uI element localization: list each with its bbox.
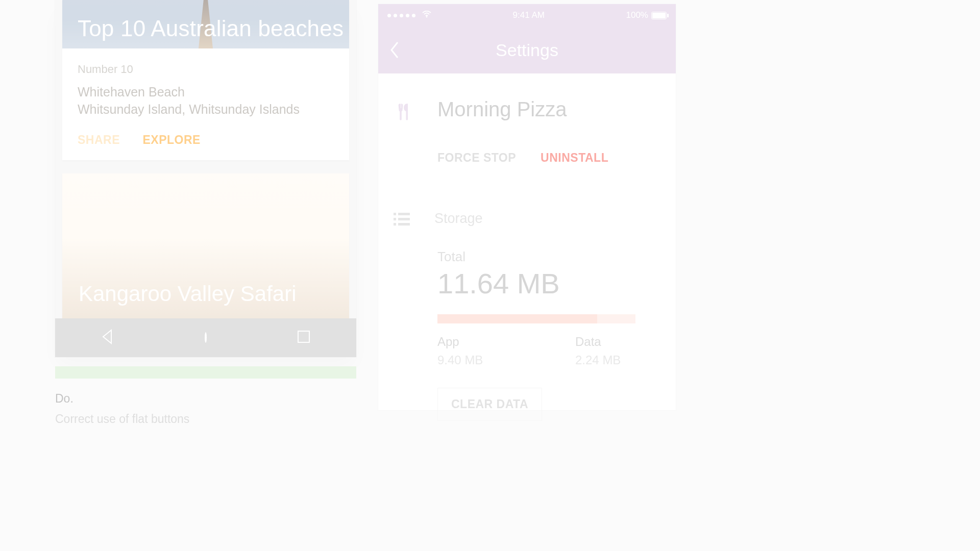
caption-do: Do. — [55, 392, 74, 406]
ios-nav-bar: Settings — [378, 27, 676, 73]
storage-total: Total 11.64 MB — [437, 249, 660, 300]
wifi-icon — [422, 10, 431, 20]
ios-content: Morning Pizza FORCE STOP UNINSTALL Stora… — [378, 73, 676, 421]
share-button[interactable]: SHARE — [78, 133, 120, 147]
ios-frame: 9:41 AM 100% Settings Morning Pizza FORC… — [378, 4, 676, 410]
card-title: Kangaroo Valley Safari — [79, 282, 296, 306]
app-name: Morning Pizza — [437, 98, 567, 121]
nav-recent-icon[interactable] — [295, 328, 312, 347]
caption-sub: Correct use of flat buttons — [55, 412, 189, 426]
card-body: Number 10 Whitehaven Beach Whitsunday Is… — [62, 48, 349, 126]
nav-back-icon[interactable] — [99, 328, 116, 347]
android-example: Top 10 Australian beaches Number 10 Whit… — [55, 0, 356, 357]
total-label: Total — [437, 249, 660, 265]
total-value: 11.64 MB — [437, 267, 660, 300]
storage-bar-app — [437, 314, 597, 323]
ios-status-bar: 9:41 AM 100% — [378, 4, 676, 27]
card-line1: Whitehaven Beach — [78, 83, 334, 101]
battery-indicator: 100% — [626, 10, 667, 20]
nav-title: Settings — [496, 40, 558, 60]
app-buttons: FORCE STOP UNINSTALL — [437, 151, 660, 165]
data-label: Data — [575, 335, 635, 349]
svg-point-1 — [426, 16, 428, 18]
storage-icon — [394, 213, 410, 226]
explore-button[interactable]: EXPLORE — [142, 133, 200, 147]
data-value: 2.24 MB — [575, 353, 635, 367]
android-frame: Top 10 Australian beaches Number 10 Whit… — [55, 0, 356, 357]
card-line2: Whitsunday Island, Whitsunday Islands — [78, 101, 334, 118]
signal-icon — [387, 10, 431, 20]
do-indicator-bar — [55, 366, 356, 379]
storage-breakdown: App 9.40 MB Data 2.24 MB — [437, 335, 635, 367]
card-overline: Number 10 — [78, 63, 334, 76]
card-beaches: Top 10 Australian beaches Number 10 Whit… — [62, 0, 349, 160]
android-navbar — [55, 318, 356, 357]
back-button[interactable] — [388, 41, 401, 63]
app-section: Morning Pizza — [394, 73, 660, 122]
storage-label: Storage — [434, 211, 483, 227]
nav-home-icon[interactable] — [205, 333, 207, 342]
card-title: Top 10 Australian beaches — [78, 16, 344, 41]
card-actions: SHARE EXPLORE — [62, 126, 349, 160]
status-time: 9:41 AM — [513, 10, 545, 20]
storage-section: Storage — [394, 165, 660, 227]
force-stop-button[interactable]: FORCE STOP — [437, 151, 516, 165]
uninstall-button[interactable]: UNINSTALL — [541, 151, 608, 165]
battery-pct: 100% — [626, 10, 648, 20]
app-label: App — [437, 335, 575, 349]
app-value: 9.40 MB — [437, 353, 575, 367]
svg-rect-0 — [298, 331, 309, 342]
card-safari: Kangaroo Valley Safari — [62, 173, 349, 318]
card-hero-image: Top 10 Australian beaches — [62, 0, 349, 48]
restaurant-icon — [394, 101, 415, 122]
storage-bar — [437, 314, 635, 323]
clear-data-button[interactable]: CLEAR DATA — [437, 388, 542, 421]
battery-icon — [651, 12, 667, 19]
